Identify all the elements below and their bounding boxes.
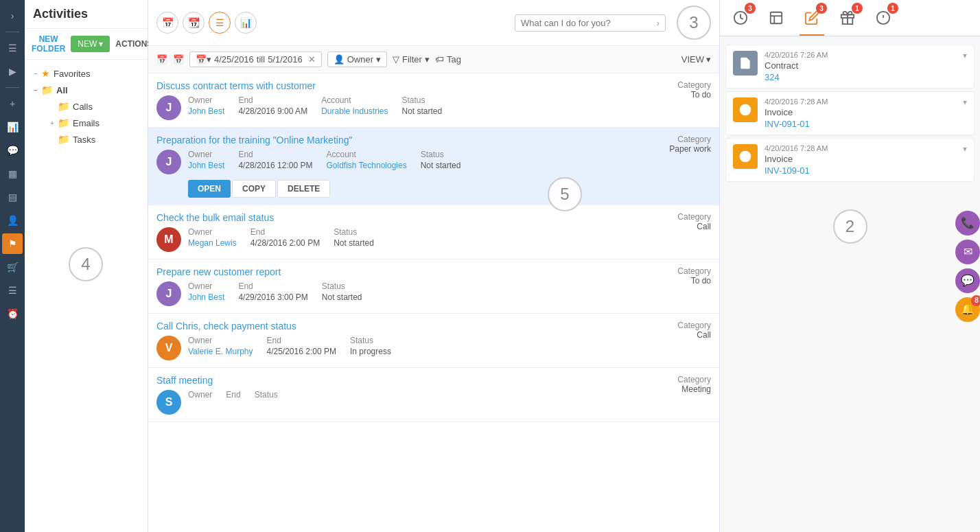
rp-item-1[interactable]: 4/20/2016 7:26 AM Contract 324 ▾ <box>725 45 975 89</box>
status-value-3: Not started <box>334 238 374 248</box>
activity-item-1[interactable]: Discuss contract terms with customer J O… <box>148 73 719 128</box>
status-value-1: Not started <box>402 106 443 116</box>
rp-edit-icon[interactable]: 3 <box>800 5 824 30</box>
date-clear-btn[interactable]: ✕ <box>308 54 316 65</box>
end-value-5: 4/25/2016 2:00 PM <box>266 347 336 356</box>
status-label-6: Status <box>255 390 278 400</box>
avatar-5: V <box>156 336 181 360</box>
rp-item-time-3: 4/20/2016 7:28 AM <box>765 144 956 152</box>
toggle-emails: + <box>47 119 58 127</box>
rp-item-icon-2 <box>733 97 758 122</box>
date-till-label: till <box>257 54 265 65</box>
sidebar-item-favorites[interactable]: − ★ Favorites <box>25 65 148 82</box>
end-label-5: End <box>266 336 336 345</box>
add-filter-btn2[interactable]: 📅 <box>173 54 184 65</box>
owner-value-1[interactable]: John Best <box>188 106 224 116</box>
activity-item-3[interactable]: Check the bulk email status M Owner Mega… <box>148 205 719 259</box>
owner-value-4[interactable]: John Best <box>188 292 224 302</box>
tag-button[interactable]: 🏷 Tag <box>435 54 461 65</box>
date-filter[interactable]: 📅▾ 4/25/2016 till 5/1/2016 ✕ <box>189 51 322 67</box>
new-folder-button[interactable]: NEW FOLDER <box>32 34 65 54</box>
rail-clock-icon[interactable]: ⏰ <box>2 303 23 324</box>
owner-value-2[interactable]: John Best <box>188 161 224 170</box>
add-filter-btn[interactable]: 📅 <box>156 54 167 65</box>
rp-item-id-3[interactable]: INV-109-01 <box>765 165 956 176</box>
activity-item-5[interactable]: Call Chris, check payment status V Owner… <box>148 314 719 368</box>
activity-meta-5: V Owner Valerie E. Murphy End 4/25/2016 … <box>156 336 711 360</box>
calendar-icon[interactable]: 📅 <box>156 12 178 34</box>
owner-value-3[interactable]: Megan Lewis <box>188 238 237 248</box>
cat-label-4: Category <box>677 266 711 276</box>
email-fab[interactable]: ✉ <box>955 240 980 264</box>
activity-item-6[interactable]: Staff meeting S Owner End Status <box>148 368 719 422</box>
rail-play-icon[interactable]: ▶ <box>2 61 23 82</box>
rp-info-icon[interactable]: 1 <box>871 5 896 30</box>
rp-item-chevron-2[interactable]: ▾ <box>963 97 967 107</box>
rp-item-3[interactable]: 4/20/2016 7:28 AM Invoice INV-109-01 ▾ <box>725 138 975 182</box>
new-dropdown-icon[interactable]: ▾ <box>99 39 103 49</box>
status-value-2: Not started <box>421 161 461 170</box>
sidebar-item-favorites-label: Favorites <box>54 69 90 79</box>
owner-filter[interactable]: 👤 Owner ▾ <box>327 51 387 67</box>
rail-table-icon[interactable]: ▤ <box>2 187 23 207</box>
view-button[interactable]: VIEW ▾ <box>681 54 711 65</box>
search-input[interactable] <box>521 18 654 28</box>
copy-button[interactable]: COPY <box>232 180 276 198</box>
rail-chart-icon[interactable]: 📊 <box>2 117 23 137</box>
sidebar-item-emails[interactable]: + 📁 Emails <box>41 115 148 131</box>
owner-value-5[interactable]: Valerie E. Murphy <box>188 347 253 356</box>
sidebar-tree: − ★ Favorites − 📁 All 📁 Calls + 📁 Emails… <box>25 60 148 532</box>
rp-item-id-2[interactable]: INV-091-01 <box>765 119 956 129</box>
rail-plus-icon[interactable]: + <box>2 93 23 114</box>
list-view-icon[interactable]: ☰ <box>209 12 231 34</box>
account-value-1[interactable]: Durable Industries <box>321 106 388 116</box>
status-value-5: In progress <box>350 347 391 356</box>
rp-item-body-3: 4/20/2016 7:28 AM Invoice INV-109-01 <box>765 144 956 176</box>
rp-item-chevron-3[interactable]: ▾ <box>963 144 967 154</box>
end-label-4: End <box>238 281 307 291</box>
meta-end-6: End <box>226 390 240 401</box>
rail-grid-icon[interactable]: ▦ <box>2 163 23 184</box>
rail-menu-icon[interactable]: ☰ <box>2 38 23 58</box>
meta-end-2: End 4/28/2016 12:00 PM <box>238 150 312 170</box>
rp-clock-icon[interactable]: 3 <box>728 5 753 30</box>
rp-doc-icon[interactable] <box>764 5 789 30</box>
rp-item-2[interactable]: 4/20/2016 7:28 AM Invoice INV-091-01 ▾ <box>725 91 975 135</box>
account-value-2[interactable]: Goldfish Technologies <box>326 161 406 170</box>
filter-funnel-icon: ▽ <box>393 54 399 65</box>
sidebar-item-tasks[interactable]: 📁 Tasks <box>41 131 148 148</box>
rail-expand-icon[interactable]: › <box>2 5 23 26</box>
sidebar-subtree: 📁 Calls + 📁 Emails 📁 Tasks <box>25 98 148 148</box>
activity-item-2[interactable]: Preparation for the training "Online Mar… <box>148 128 719 205</box>
rp-item-id-1[interactable]: 324 <box>765 72 956 82</box>
sidebar-item-all[interactable]: − 📁 All <box>25 82 148 98</box>
rail-flag-icon[interactable]: ⚑ <box>2 233 23 254</box>
delete-button[interactable]: DELETE <box>277 180 330 198</box>
bell-fab[interactable]: 🔔 8 <box>955 297 980 322</box>
filter-action[interactable]: ▽ Filter ▾ <box>393 54 430 65</box>
sidebar-item-all-label: All <box>56 85 68 95</box>
avatar-4: J <box>156 281 181 306</box>
rp-item-title-1: Contract <box>765 60 956 71</box>
rail-chat-icon[interactable]: 💬 <box>2 140 23 161</box>
cat-value-3: Call <box>677 222 711 231</box>
phone-fab[interactable]: 📞 <box>955 211 980 235</box>
new-button[interactable]: NEW ▾ <box>71 36 110 52</box>
rail-cart-icon[interactable]: 🛒 <box>2 257 23 277</box>
person-icon: 👤 <box>334 54 345 65</box>
rp-gift-icon[interactable]: 1 <box>835 5 860 30</box>
meta-owner-2: Owner John Best <box>188 150 224 170</box>
chat-fab[interactable]: 💬 <box>955 268 980 293</box>
open-button[interactable]: OPEN <box>188 180 231 198</box>
rail-person-icon[interactable]: 👤 <box>2 210 23 231</box>
rp-item-chevron-1[interactable]: ▾ <box>963 51 967 60</box>
chart-view-icon[interactable]: 📊 <box>235 12 257 34</box>
end-value-1: 4/28/2016 9:00 AM <box>238 106 307 116</box>
cat-label-2: Category <box>669 135 711 144</box>
calendar2-icon[interactable]: 📆 <box>183 12 205 34</box>
activity-item-4[interactable]: Prepare new customer report J Owner John… <box>148 259 719 314</box>
rail-list-icon[interactable]: ☰ <box>2 280 23 301</box>
sidebar-item-calls[interactable]: 📁 Calls <box>41 98 148 115</box>
bell-icon: 🔔 <box>961 303 975 316</box>
rail-separator-1 <box>5 32 19 32</box>
